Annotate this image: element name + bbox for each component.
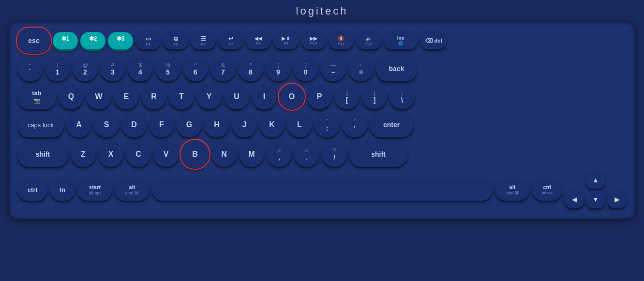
- key-f4[interactable]: ▭ F4: [135, 32, 161, 49]
- key-f5[interactable]: ⧉ F5: [163, 32, 188, 49]
- key-alt-r[interactable]: alt cmd ⌘: [495, 178, 530, 201]
- key-rbracket[interactable]: } ]: [362, 84, 387, 109]
- key-slash[interactable]: ? /: [322, 142, 347, 167]
- key-shift-l[interactable]: shift: [17, 142, 68, 167]
- key-tab[interactable]: tab 📷: [17, 84, 56, 109]
- key-h[interactable]: H: [204, 112, 229, 137]
- qwerty-row: tab 📷 Q W E R T Y U I O P { [ } ] | \: [17, 84, 627, 109]
- key-5[interactable]: % 5: [155, 56, 180, 81]
- key-f10[interactable]: ▶▶ F10: [301, 32, 326, 49]
- key-arr-up[interactable]: ▲: [586, 171, 605, 189]
- key-x[interactable]: X: [98, 142, 123, 167]
- key-tilde[interactable]: ~ `: [17, 56, 43, 81]
- key-semicolon[interactable]: " :: [315, 112, 340, 137]
- logitech-logo: logitech: [296, 5, 348, 17]
- key-p[interactable]: P: [307, 84, 332, 109]
- asdf-row: caps lock A S D F G H J K L " : " ' ente…: [17, 112, 627, 137]
- key-u[interactable]: U: [224, 84, 249, 109]
- key-e[interactable]: E: [114, 84, 139, 109]
- key-s[interactable]: S: [94, 112, 119, 137]
- bottom-row: ctrl fn start alt opt alt cmd ⌘ alt cmd …: [17, 171, 627, 208]
- key-d[interactable]: D: [121, 112, 147, 137]
- num-row: ~ ` ! 1 @ 2 # 3 $ 4 % 5 ^ 6 & 7: [17, 56, 627, 81]
- key-7[interactable]: & 7: [210, 56, 236, 81]
- key-c[interactable]: C: [126, 142, 151, 167]
- key-8[interactable]: * 8: [238, 56, 263, 81]
- key-2[interactable]: @ 2: [73, 56, 98, 81]
- key-comma[interactable]: < ,: [267, 142, 292, 167]
- key-m[interactable]: M: [239, 142, 264, 167]
- key-w[interactable]: W: [86, 84, 111, 109]
- key-i[interactable]: I: [252, 84, 277, 109]
- fn-row: esc ✱1 F1 ✱2 F2 ✱3 F3 ▭ F4 ⧉ F5 ☰ F6: [17, 28, 627, 53]
- key-backslash[interactable]: | \: [389, 84, 415, 109]
- key-arr-down[interactable]: ▼: [586, 191, 605, 208]
- key-alt-l[interactable]: alt cmd ⌘: [115, 178, 150, 201]
- keyboard-body: esc ✱1 F1 ✱2 F2 ✱3 F3 ▭ F4 ⧉ F5 ☰ F6: [9, 21, 635, 219]
- key-ins[interactable]: ins 🌐: [384, 32, 418, 49]
- key-f6[interactable]: ☰ F6: [191, 32, 216, 49]
- key-0[interactable]: ) 0: [293, 56, 318, 81]
- key-ctrl-r[interactable]: ctrl alt opt: [532, 178, 562, 201]
- key-arr-left[interactable]: ◀: [565, 191, 584, 208]
- key-lbracket[interactable]: { [: [334, 84, 359, 109]
- key-f2[interactable]: ✱2 F2: [80, 32, 105, 49]
- key-ctrl-l[interactable]: ctrl: [17, 178, 47, 201]
- key-4[interactable]: $ 4: [128, 56, 153, 81]
- key-caps[interactable]: caps lock: [17, 112, 64, 137]
- key-g[interactable]: G: [177, 112, 202, 137]
- key-3[interactable]: # 3: [100, 56, 125, 81]
- key-r[interactable]: R: [141, 84, 166, 109]
- key-b[interactable]: B: [181, 140, 209, 168]
- key-f7[interactable]: ↩ F7: [218, 32, 243, 49]
- key-o[interactable]: O: [279, 84, 304, 109]
- key-v[interactable]: V: [153, 142, 179, 167]
- zxcv-row: shift Z X C V B N M < , > . ? / shift: [17, 140, 627, 168]
- key-a[interactable]: A: [66, 112, 91, 137]
- key-1[interactable]: ! 1: [45, 56, 70, 81]
- key-arr-right[interactable]: ▶: [607, 191, 627, 208]
- key-9[interactable]: ( 9: [266, 56, 291, 81]
- key-equals[interactable]: + =: [348, 56, 374, 81]
- key-q[interactable]: Q: [59, 84, 84, 109]
- key-k[interactable]: K: [259, 112, 285, 137]
- key-f11[interactable]: 🔇 F11: [329, 32, 354, 49]
- key-6[interactable]: ^ 6: [183, 56, 208, 81]
- key-f8[interactable]: ◀◀ F8: [246, 32, 271, 49]
- key-l[interactable]: L: [287, 112, 312, 137]
- key-f12[interactable]: 🔉 F12: [356, 32, 381, 49]
- key-z[interactable]: Z: [71, 142, 96, 167]
- key-n[interactable]: N: [211, 142, 237, 167]
- key-back[interactable]: back: [376, 56, 417, 81]
- key-j[interactable]: J: [232, 112, 257, 137]
- key-quote[interactable]: " ': [342, 112, 367, 137]
- key-f9[interactable]: ▶⏸ F9: [273, 32, 299, 49]
- key-enter[interactable]: enter: [370, 112, 413, 137]
- key-shift-r[interactable]: shift: [349, 142, 407, 167]
- key-y[interactable]: Y: [196, 84, 222, 109]
- key-space[interactable]: [152, 178, 493, 201]
- key-fn[interactable]: fn: [50, 178, 75, 201]
- key-f[interactable]: F: [149, 112, 174, 137]
- key-f3[interactable]: ✱3 F3: [108, 32, 133, 49]
- key-period[interactable]: > .: [294, 142, 319, 167]
- key-del[interactable]: ⌫ del: [420, 32, 447, 49]
- key-f1[interactable]: ✱1 F1: [53, 32, 78, 49]
- arrow-cluster: ▲ ◀ ▼ ▶: [565, 171, 627, 208]
- key-esc[interactable]: esc: [17, 28, 50, 53]
- key-minus[interactable]: — –: [321, 56, 346, 81]
- key-t[interactable]: T: [169, 84, 194, 109]
- key-start[interactable]: start alt opt: [77, 178, 112, 201]
